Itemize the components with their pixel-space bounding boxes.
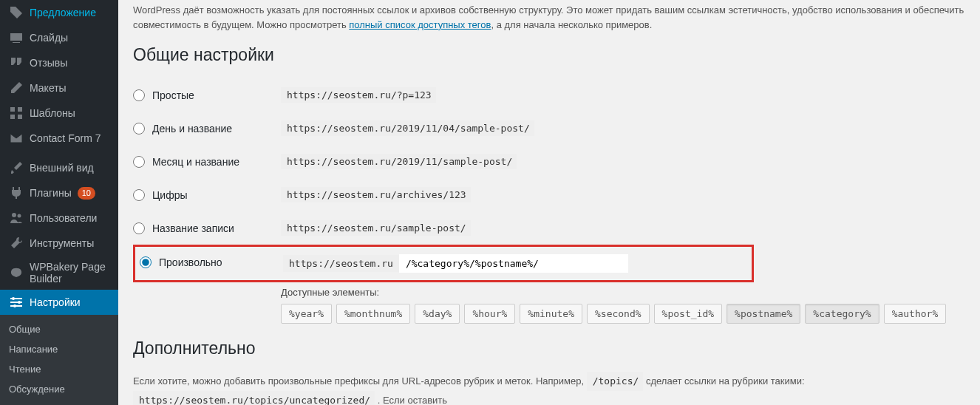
available-label: Доступные элементы: (281, 287, 965, 298)
svg-rect-0 (10, 33, 22, 41)
structure-tag-button[interactable]: %minute% (520, 304, 582, 324)
update-badge: 10 (78, 187, 95, 200)
sidebar-item-templates[interactable]: Шаблоны (0, 101, 118, 126)
structure-tag-button[interactable]: %post_id% (654, 304, 722, 324)
permalink-option-day: День и название https://seostem.ru/2019/… (133, 112, 965, 145)
plug-icon (9, 186, 24, 200)
sidebar-label: Отзывы (30, 57, 67, 69)
radio-label: Простые (152, 89, 194, 101)
grid-icon (9, 106, 24, 120)
svg-point-6 (12, 213, 16, 217)
sidebar-label: Предложение (30, 7, 96, 18)
sidebar-label: Макеты (30, 82, 67, 94)
structure-tag-button[interactable]: %year% (281, 304, 332, 324)
structure-tag-button[interactable]: %postname% (727, 304, 800, 324)
sidebar-label: WPBakery Page Builder (30, 261, 109, 285)
sidebar-item-wpbakery[interactable]: WPBakery Page Builder (0, 256, 118, 290)
sidebar-item-users[interactable]: Пользователи (0, 205, 118, 231)
tag-icon (9, 5, 24, 20)
sidebar-item-settings[interactable]: Настройки (0, 290, 118, 315)
sidebar-item-cf7[interactable]: Contact Form 7 (0, 126, 118, 151)
structure-tag-button[interactable]: %monthnum% (336, 304, 410, 324)
example-url: https://seostem.ru/sample-post/ (281, 220, 471, 236)
section-heading: Общие настройки (133, 45, 965, 65)
section-heading-extra: Дополнительно (133, 338, 965, 358)
tags-doc-link[interactable]: полный список доступных тегов (349, 19, 491, 30)
sidebar-item-layouts[interactable]: Макеты (0, 75, 118, 101)
svg-point-7 (18, 214, 21, 218)
sidebar-item-appearance[interactable]: Внешний вид (0, 155, 118, 180)
structure-tag-button[interactable]: %day% (415, 304, 460, 324)
svg-point-13 (13, 304, 16, 307)
sidebar-label: Contact Form 7 (30, 132, 101, 144)
extra-description: Если хотите, можно добавить произвольные… (133, 372, 965, 405)
sidebar-label: Пользователи (30, 212, 97, 224)
structure-tag-button[interactable]: %category% (805, 304, 879, 324)
permalink-option-custom: Произвольно https://seostem.ru (133, 245, 754, 282)
users-icon (9, 211, 24, 225)
structure-tag-button[interactable]: %second% (587, 304, 650, 324)
svg-point-12 (18, 301, 21, 304)
wrench-icon (9, 236, 24, 251)
intro-text: WordPress даёт возможность указать для п… (133, 3, 965, 32)
settings-submenu: Общие Написание Чтение Обсуждение Медиаф… (0, 315, 118, 405)
radio-numeric[interactable] (133, 189, 145, 201)
custom-structure-input[interactable] (399, 254, 628, 273)
radio-label: Произвольно (159, 256, 222, 268)
example-url: https://seostem.ru/2019/11/sample-post/ (281, 154, 517, 169)
permalink-option-postname: Название записи https://seostem.ru/sampl… (133, 211, 965, 245)
radio-postname[interactable] (133, 222, 145, 234)
radio-label: Цифры (152, 189, 188, 201)
sub-media[interactable]: Медиафайлы (0, 399, 118, 405)
sidebar-label: Настройки (30, 296, 81, 308)
radio-label: Название записи (152, 222, 234, 234)
sub-writing[interactable]: Написание (0, 339, 118, 359)
sidebar-item-tools[interactable]: Инструменты (0, 231, 118, 256)
sub-discussion[interactable]: Обсуждение (0, 379, 118, 399)
structure-tag-button[interactable]: %author% (884, 304, 947, 324)
admin-sidebar: Предложение Слайды Отзывы Макеты Шаблоны… (0, 0, 118, 405)
available-tags: Доступные элементы: %year%%monthnum%%day… (281, 287, 965, 324)
sidebar-item-slides[interactable]: Слайды (0, 25, 118, 50)
svg-rect-5 (18, 115, 22, 119)
svg-rect-1 (13, 42, 20, 43)
sidebar-label: Плагины (30, 187, 72, 199)
sidebar-item-reviews[interactable]: Отзывы (0, 50, 118, 75)
svg-point-11 (12, 297, 15, 300)
sidebar-item-offer[interactable]: Предложение (0, 0, 118, 25)
example-url: https://seostem.ru/2019/11/04/sample-pos… (281, 120, 534, 136)
radio-day[interactable] (133, 123, 145, 135)
svg-rect-2 (10, 107, 15, 112)
mail-icon (9, 131, 24, 146)
radio-label: Месяц и название (152, 156, 239, 168)
sidebar-label: Инструменты (30, 237, 94, 249)
structure-tag-button[interactable]: %hour% (464, 304, 515, 324)
wpbakery-icon (9, 265, 24, 280)
svg-rect-3 (18, 107, 22, 112)
sub-reading[interactable]: Чтение (0, 359, 118, 379)
permalink-option-numeric: Цифры https://seostem.ru/archives/123 (133, 178, 965, 211)
brush-icon (9, 160, 24, 175)
sidebar-label: Внешний вид (30, 162, 94, 174)
quote-icon (9, 55, 24, 70)
main-content: WordPress даёт возможность указать для п… (118, 0, 980, 405)
sliders-icon (9, 295, 24, 310)
example-url: https://seostem.ru/?p=123 (281, 87, 436, 103)
svg-rect-4 (10, 115, 15, 119)
sidebar-label: Слайды (30, 32, 68, 44)
slides-icon (9, 30, 24, 45)
permalink-option-month: Месяц и название https://seostem.ru/2019… (133, 145, 965, 178)
pencil-icon (9, 81, 24, 95)
sidebar-label: Шаблоны (30, 107, 75, 119)
radio-month[interactable] (133, 156, 145, 168)
permalink-option-simple: Простые https://seostem.ru/?p=123 (133, 78, 965, 112)
radio-simple[interactable] (133, 89, 145, 101)
sub-general[interactable]: Общие (0, 319, 118, 339)
radio-label: День и название (152, 123, 232, 135)
custom-prefix: https://seostem.ru (283, 255, 399, 272)
radio-custom[interactable] (140, 256, 152, 268)
example-url: https://seostem.ru/archives/123 (281, 187, 471, 202)
sidebar-item-plugins[interactable]: Плагины 10 (0, 180, 118, 205)
